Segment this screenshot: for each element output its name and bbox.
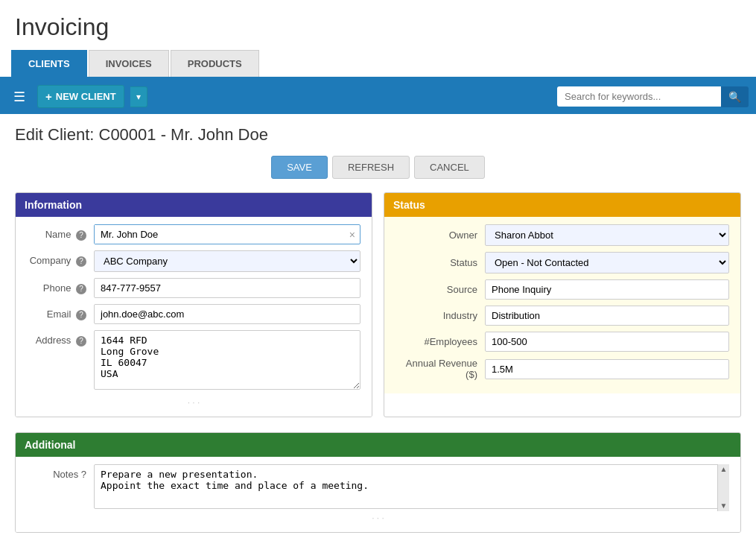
search-icon: 🔍 [728, 91, 741, 103]
plus-icon: + [45, 90, 52, 103]
sections-wrapper: Information Name ? × Company [15, 192, 741, 417]
tab-bar: CLIENTS INVOICES PRODUCTS [0, 50, 756, 79]
phone-input[interactable] [94, 278, 360, 298]
top-action-bar: SAVE REFRESH CANCEL [15, 156, 741, 179]
page-heading: Edit Client: C00001 - Mr. John Doe [15, 125, 741, 145]
notes-row: Notes ? Prepare a new presentation. Appo… [27, 464, 729, 511]
address-label: Address ? [27, 330, 94, 347]
drag-handle: · · · [27, 396, 360, 409]
status-section: Status Owner Sharon Abbot Status Open - … [384, 192, 741, 417]
notes-label: Notes ? [27, 464, 94, 480]
email-help-icon[interactable]: ? [76, 310, 86, 320]
search-area: 🔍 [557, 86, 749, 107]
additional-drag-handle: · · · [27, 511, 729, 525]
email-input[interactable] [94, 304, 360, 324]
top-save-button[interactable]: SAVE [271, 156, 328, 179]
additional-header: Additional [16, 433, 740, 457]
additional-section: Additional Notes ? Prepare a new present… [15, 432, 741, 533]
status-body: Owner Sharon Abbot Status Open - Not Con… [384, 217, 740, 393]
status-header: Status [384, 193, 740, 217]
phone-row: Phone ? [27, 278, 360, 298]
status-field-label: Status [396, 257, 485, 268]
hamburger-button[interactable]: ☰ [7, 86, 31, 108]
new-client-label: NEW CLIENT [56, 91, 116, 102]
owner-select[interactable]: Sharon Abbot [485, 224, 729, 246]
company-select[interactable]: ABC Company [94, 250, 360, 272]
notes-help-icon[interactable]: ? [81, 469, 86, 480]
additional-body: Notes ? Prepare a new presentation. Appo… [16, 457, 740, 532]
name-input-wrapper: × [94, 224, 360, 244]
employees-label: #Employees [396, 336, 485, 347]
information-body: Name ? × Company ? ABC Company [16, 217, 372, 417]
notes-textarea[interactable]: Prepare a new presentation. Appoint the … [94, 464, 729, 509]
industry-label: Industry [396, 310, 485, 321]
name-help-icon[interactable]: ? [76, 230, 86, 241]
toolbar-left: ☰ + NEW CLIENT ▾ [7, 85, 147, 108]
information-section: Information Name ? × Company [15, 192, 372, 417]
notes-wrapper: Prepare a new presentation. Appoint the … [94, 464, 729, 511]
page-content: Edit Client: C00001 - Mr. John Doe SAVE … [0, 114, 756, 541]
email-row: Email ? [27, 304, 360, 324]
owner-label: Owner [396, 230, 485, 241]
name-input[interactable] [95, 225, 345, 244]
email-label: Email ? [27, 304, 94, 320]
industry-row: Industry [396, 306, 729, 326]
status-select[interactable]: Open - Not Contacted Contacted Closed [485, 252, 729, 273]
source-row: Source [396, 279, 729, 300]
information-header: Information [16, 193, 372, 217]
toolbar: ☰ + NEW CLIENT ▾ 🔍 [0, 79, 756, 114]
top-cancel-button[interactable]: CANCEL [414, 156, 485, 179]
industry-input[interactable] [485, 306, 729, 326]
address-row: Address ? 1644 RFD Long Grove IL 60047 U… [27, 330, 360, 390]
name-label: Name ? [27, 224, 94, 241]
address-textarea[interactable]: 1644 RFD Long Grove IL 60047 USA [94, 330, 360, 390]
app-title: Invoicing [0, 0, 756, 50]
employees-input[interactable] [485, 332, 729, 352]
new-client-dropdown-button[interactable]: ▾ [130, 86, 147, 107]
source-input[interactable] [485, 279, 729, 300]
company-row: Company ? ABC Company [27, 250, 360, 272]
employees-row: #Employees [396, 332, 729, 352]
address-help-icon[interactable]: ? [76, 336, 86, 347]
owner-row: Owner Sharon Abbot [396, 224, 729, 246]
new-client-button[interactable]: + NEW CLIENT [37, 85, 124, 108]
top-refresh-button[interactable]: REFRESH [332, 156, 410, 179]
search-input[interactable] [557, 86, 721, 107]
name-clear-button[interactable]: × [345, 225, 360, 244]
scroll-up-icon[interactable]: ▲ [720, 466, 728, 473]
revenue-label: Annual Revenue ($) [396, 358, 485, 380]
tab-products[interactable]: PRODUCTS [171, 50, 259, 77]
company-help-icon[interactable]: ? [76, 256, 86, 267]
tab-clients[interactable]: CLIENTS [11, 50, 87, 77]
search-button[interactable]: 🔍 [721, 86, 749, 107]
phone-help-icon[interactable]: ? [76, 284, 86, 294]
company-label: Company ? [27, 250, 94, 267]
status-row: Status Open - Not Contacted Contacted Cl… [396, 252, 729, 273]
scroll-down-icon[interactable]: ▼ [720, 502, 728, 510]
revenue-row: Annual Revenue ($) [396, 358, 729, 380]
scroll-indicator: ▲ ▼ [717, 464, 729, 511]
source-label: Source [396, 284, 485, 295]
tab-invoices[interactable]: INVOICES [89, 50, 169, 77]
phone-label: Phone ? [27, 278, 94, 294]
revenue-input[interactable] [485, 359, 729, 379]
name-row: Name ? × [27, 224, 360, 244]
